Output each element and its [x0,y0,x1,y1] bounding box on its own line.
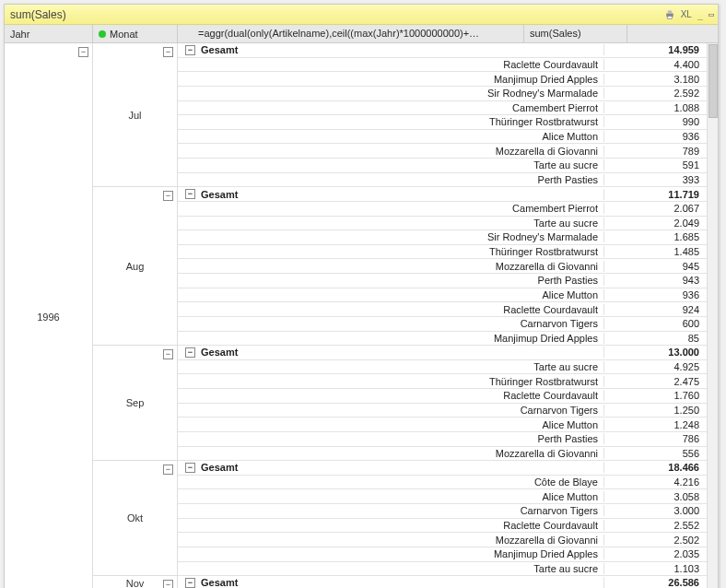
data-row[interactable]: Carnarvon Tigers600 [178,317,707,332]
data-row[interactable]: Perth Pasties786 [178,432,707,447]
data-row[interactable]: Mozzarella di Giovanni556 [178,447,707,462]
data-row[interactable]: Manjimup Dried Apples85 [178,332,707,347]
article-name: Carnarvon Tigers [178,318,603,329]
data-row[interactable]: Raclette Courdavault4.400 [178,58,707,73]
scrollbar-thumb[interactable] [708,44,718,118]
data-row[interactable]: Raclette Courdavault2.552 [178,519,707,534]
total-row[interactable]: −Gesamt18.466 [178,461,707,476]
monat-cell[interactable]: −Aug [93,187,177,346]
sales-value: 936 [603,131,707,142]
data-row[interactable]: Manjimup Dried Apples2.035 [178,547,707,562]
data-row[interactable]: Tarte au sucre2.049 [178,217,707,231]
close-icon[interactable]: ▭ [708,9,714,19]
sales-value: 2.552 [603,520,707,531]
sales-value: 2.592 [603,88,707,99]
monat-cell[interactable]: −Jul [93,43,177,187]
sales-value: 393 [603,174,707,185]
header-sum[interactable]: sum(Sales) [524,25,627,42]
data-row[interactable]: Tarte au sucre4.925 [178,360,707,375]
data-row[interactable]: Mozzarella di Giovanni789 [178,144,707,159]
article-name: Mozzarella di Giovanni [178,146,603,157]
sales-value: 1.685 [603,231,707,242]
data-row[interactable]: Perth Pasties393 [178,173,707,188]
data-row[interactable]: Camembert Pierrot2.067 [178,202,707,217]
sales-value: 945 [603,261,707,272]
data-row[interactable]: Côte de Blaye4.216 [178,476,707,490]
print-icon[interactable] [664,9,675,20]
collapse-icon[interactable]: − [185,45,195,55]
data-row[interactable]: Carnarvon Tigers3.000 [178,504,707,519]
header-jahr[interactable]: Jahr [5,25,93,42]
data-row[interactable]: Sir Rodney's Marmalade1.685 [178,230,707,245]
vertical-scrollbar[interactable] [707,43,718,588]
data-row[interactable]: Alice Mutton936 [178,288,707,303]
article-name: Perth Pasties [178,174,603,185]
total-row[interactable]: −Gesamt13.000 [178,346,707,360]
sales-value: 1.248 [603,419,707,430]
data-row[interactable]: Raclette Courdavault1.760 [178,389,707,404]
data-row[interactable]: Camembert Pierrot1.088 [178,101,707,116]
data-row[interactable]: Sir Rodney's Marmalade2.592 [178,87,707,101]
data-row[interactable]: Alice Mutton3.058 [178,489,707,504]
collapse-icon[interactable]: − [185,347,195,358]
data-row[interactable]: Tarte au sucre1.103 [178,562,707,577]
total-row[interactable]: −Gesamt26.586 [178,576,707,588]
article-name: Manjimup Dried Apples [178,74,603,85]
sales-value: 2.475 [603,376,707,387]
jahr-value: 1996 [37,312,59,323]
article-name: Manjimup Dried Apples [178,548,603,559]
header-jahr-label: Jahr [10,29,29,40]
data-row[interactable]: Perth Pasties943 [178,274,707,288]
data-row[interactable]: Tarte au sucre591 [178,159,707,173]
article-name: Alice Mutton [178,419,603,430]
collapse-icon[interactable]: − [185,463,195,473]
total-row[interactable]: −Gesamt11.719 [178,187,707,202]
collapse-icon[interactable]: − [163,465,173,475]
collapse-icon[interactable]: − [185,189,195,199]
data-row[interactable]: Mozzarella di Giovanni2.502 [178,533,707,547]
sales-value: 1.760 [603,390,707,401]
total-value: 18.466 [603,462,707,473]
article-name: Mozzarella di Giovanni [178,261,603,272]
jahr-cell[interactable]: − 1996 [5,43,92,588]
sales-value: 2.067 [603,203,707,214]
article-name: Tarte au sucre [178,218,603,229]
collapse-icon[interactable]: − [163,349,173,359]
header-expression[interactable]: =aggr(dual(only(Artikelname),ceil((max(J… [178,25,524,42]
data-row[interactable]: Manjimup Dried Apples3.180 [178,72,707,87]
data-row[interactable]: Alice Mutton936 [178,130,707,145]
data-row[interactable]: Raclette Courdavault924 [178,302,707,317]
collapse-icon[interactable]: − [185,578,195,588]
sales-value: 2.049 [603,218,707,229]
sales-value: 990 [603,116,707,127]
collapse-icon[interactable]: − [163,47,173,57]
data-row[interactable]: Carnarvon Tigers1.250 [178,404,707,418]
export-xl-button[interactable]: XL [681,9,692,19]
article-name: Thüringer Rostbratwurst [178,246,603,257]
article-name: Raclette Courdavault [178,390,603,401]
data-row[interactable]: Thüringer Rostbratwurst1.485 [178,245,707,260]
data-row[interactable]: Thüringer Rostbratwurst2.475 [178,374,707,389]
monat-cell[interactable]: −Nov [93,576,177,588]
data-row[interactable]: Mozzarella di Giovanni945 [178,259,707,274]
sales-value: 3.000 [603,505,707,516]
article-name: Perth Pasties [178,433,603,444]
total-value: 11.719 [603,189,707,200]
header-monat[interactable]: Monat [93,25,178,42]
monat-cell[interactable]: −Okt [93,461,177,576]
collapse-icon[interactable]: − [163,191,173,201]
data-row[interactable]: Thüringer Rostbratwurst990 [178,115,707,130]
collapse-icon[interactable]: − [163,580,173,588]
article-name: Mozzarella di Giovanni [178,535,603,546]
monat-cell[interactable]: −Sep [93,346,177,461]
svg-rect-2 [667,16,672,18]
minimize-icon[interactable]: _ [697,9,703,19]
article-name: Raclette Courdavault [178,304,603,315]
total-label: Gesamt [201,347,238,358]
total-value: 26.586 [603,577,707,588]
article-name: Côte de Blaye [178,476,603,488]
title-bar: sum(Sales) XL _ ▭ [5,5,718,25]
collapse-icon[interactable]: − [78,47,88,57]
total-row[interactable]: −Gesamt14.959 [178,43,707,58]
data-row[interactable]: Alice Mutton1.248 [178,417,707,432]
